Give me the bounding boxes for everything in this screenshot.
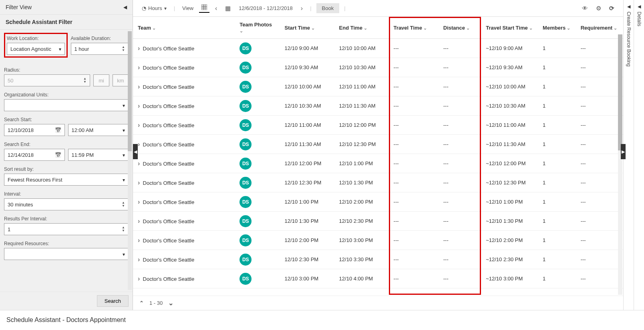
search-start-time-value: 12:00 AM — [72, 127, 94, 133]
chevron-down-icon — [59, 46, 61, 52]
expand-icon[interactable] — [138, 257, 140, 263]
rpi-label: Results Per Interval: — [4, 216, 129, 222]
spinner-icons[interactable]: ▲▼ — [122, 46, 125, 52]
filter-panel-collapse-tab[interactable]: ◀ — [133, 144, 138, 159]
expand-icon[interactable] — [138, 180, 140, 186]
table-row[interactable]: Doctor's Office SeattleDS12/10 2:30 PM12… — [133, 250, 623, 269]
avatar: DS — [239, 254, 252, 266]
interval-input[interactable]: 30 minutes ▲▼ — [4, 198, 129, 210]
search-end-label: Search End: — [4, 142, 129, 147]
col-header-end-time[interactable]: End Time — [334, 17, 389, 39]
col-header-travel-start-time[interactable]: Travel Start Time — [481, 17, 538, 39]
spinner-icons[interactable]: ▲▼ — [122, 226, 125, 232]
org-units-dropdown[interactable] — [4, 99, 129, 111]
details-rail[interactable]: ◀ Details — [634, 0, 644, 310]
table-row[interactable]: Doctor's Office SeattleDS12/10 11:00 AM1… — [133, 116, 623, 135]
table-row[interactable]: Doctor's Office SeattleDS12/10 12:30 PM1… — [133, 173, 623, 192]
table-row[interactable]: Doctor's Office SeattleDS12/10 2:00 PM12… — [133, 231, 623, 250]
search-start-date[interactable]: 12/10/2018 — [4, 124, 65, 136]
rpi-value: 1 — [8, 226, 10, 232]
expand-icon[interactable] — [138, 218, 140, 224]
rail-collapse-tab[interactable]: ▶ — [621, 144, 626, 159]
calendar-icon[interactable] — [55, 127, 61, 133]
col-header-requirement[interactable]: Requirement — [576, 17, 623, 39]
col-header-distance[interactable]: Distance — [439, 17, 481, 39]
collapse-left-icon[interactable]: ◀ — [627, 4, 630, 12]
col-header-team-photos[interactable]: Team Photos — [235, 17, 280, 39]
work-location-dropdown[interactable]: Location Agnostic — [7, 43, 65, 55]
collapse-left-icon[interactable]: ◀ — [638, 4, 641, 12]
grid-scroll-thumb[interactable] — [618, 34, 622, 150]
table-row[interactable]: Doctor's Office SeattleDS12/10 10:30 AM1… — [133, 96, 623, 116]
details-label: Details — [636, 12, 642, 26]
table-row[interactable]: Doctor's Office SeattleDS12/10 11:30 AM1… — [133, 135, 623, 154]
radius-input: 50 ▲▼ — [4, 74, 90, 86]
col-header-members[interactable]: Members — [538, 17, 576, 39]
book-button[interactable]: Book — [316, 3, 340, 13]
expand-icon[interactable] — [138, 238, 140, 244]
filter-view-header[interactable]: Filter View ◀ — [0, 0, 133, 15]
gear-icon[interactable] — [594, 4, 604, 13]
expand-icon[interactable] — [138, 199, 140, 205]
table-row[interactable]: Doctor's Office SeattleDS12/10 10:00 AM1… — [133, 77, 623, 96]
expand-icon[interactable] — [138, 276, 140, 282]
pager-text: 1 - 30 — [149, 300, 163, 306]
separator: | — [308, 5, 313, 11]
avatar: DS — [239, 196, 252, 208]
table-row[interactable]: Doctor's Office SeattleDS12/10 12:00 PM1… — [133, 154, 623, 173]
eye-icon[interactable] — [580, 4, 590, 13]
chevron-down-icon — [123, 102, 125, 108]
expand-icon[interactable] — [138, 103, 140, 109]
filter-view-title: Filter View — [6, 4, 32, 10]
sort-by-value: Fewest Resources First — [8, 177, 62, 183]
expand-icon[interactable] — [138, 122, 140, 128]
pager-down-icon[interactable] — [168, 299, 173, 307]
spinner-icons[interactable]: ▲▼ — [122, 201, 125, 208]
next-button[interactable]: › — [298, 4, 305, 13]
grid-scrollbar[interactable] — [618, 34, 622, 295]
date-picker[interactable] — [223, 4, 233, 13]
create-booking-rail[interactable]: ◀ Create Resource Booking ▶ — [623, 0, 634, 310]
pager-up-icon[interactable] — [139, 300, 144, 306]
avatar: DS — [239, 100, 252, 112]
status-bar: Schedule Assistant - Doctors Appointment — [0, 310, 644, 329]
org-units-label: Organizational Units: — [4, 92, 129, 98]
table-row[interactable]: Doctor's Office SeattleDS12/10 1:30 PM12… — [133, 212, 623, 231]
grid-icon — [201, 4, 207, 10]
avatar: DS — [239, 42, 252, 54]
available-duration-input[interactable]: 1 hour ▲▼ — [71, 43, 129, 55]
col-header-travel-time[interactable]: Travel Time — [389, 17, 439, 39]
expand-icon[interactable] — [138, 46, 140, 52]
search-button[interactable]: Search — [97, 295, 129, 307]
col-header-start-time[interactable]: Start Time — [280, 17, 334, 39]
expand-icon[interactable] — [138, 65, 140, 71]
refresh-icon[interactable] — [607, 4, 617, 13]
filter-scroll-thumb[interactable] — [128, 31, 132, 151]
hours-dropdown[interactable]: Hours — [139, 4, 169, 12]
sort-by-dropdown[interactable]: Fewest Resources First — [4, 174, 129, 186]
table-row[interactable]: Doctor's Office SeattleDS12/10 9:30 AM12… — [133, 58, 623, 77]
table-row[interactable]: Doctor's Office SeattleDS12/10 9:00 AM12… — [133, 39, 623, 58]
search-start-time[interactable]: 12:00 AM — [68, 124, 129, 136]
rpi-input[interactable]: 1 ▲▼ — [4, 223, 129, 235]
table-row[interactable]: Doctor's Office SeattleDS12/10 1:00 PM12… — [133, 192, 623, 212]
col-header-team[interactable]: Team — [133, 17, 235, 39]
grid-view-button[interactable] — [199, 4, 209, 13]
search-end-date-value: 12/14/2018 — [8, 152, 34, 158]
separator: | — [342, 5, 347, 11]
prev-button[interactable]: ‹ — [213, 4, 219, 13]
expand-icon[interactable] — [138, 84, 140, 90]
search-end-date[interactable]: 12/14/2018 — [4, 149, 65, 161]
filter-scrollbar[interactable] — [128, 31, 132, 290]
date-range[interactable]: 12/6/2018 - 12/12/2018 — [236, 4, 295, 12]
radius-mi-toggle: mi — [93, 74, 109, 86]
required-resources-dropdown[interactable] — [4, 248, 129, 260]
calendar-icon[interactable] — [55, 152, 61, 158]
table-row[interactable]: Doctor's Office SeattleDS12/10 3:00 PM12… — [133, 269, 623, 288]
filter-panel: Filter View ◀ Schedule Assistant Filter … — [0, 0, 133, 310]
expand-icon[interactable] — [138, 142, 140, 148]
search-end-time[interactable]: 11:59 PM — [68, 149, 129, 161]
avatar: DS — [239, 158, 252, 170]
collapse-left-icon[interactable]: ◀ — [123, 4, 127, 10]
expand-icon[interactable] — [138, 161, 140, 167]
